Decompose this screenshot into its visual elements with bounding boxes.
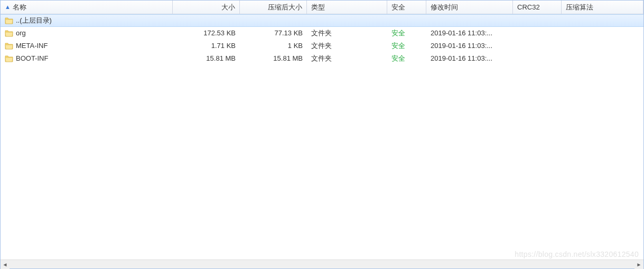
- file-list-panel: ▲ 名称 大小 压缩后大小 类型 安全 修改时间 CRC32 压缩算法 ..(上…: [0, 0, 644, 269]
- cell-crc: [513, 27, 562, 40]
- column-header-crc[interactable]: CRC32: [513, 1, 562, 14]
- cell-modified: 2019-01-16 11:03:...: [426, 52, 513, 65]
- cell-security: 安全: [387, 40, 426, 52]
- cell-compressed: 77.13 KB: [240, 27, 307, 40]
- table-row[interactable]: META-INF 1.71 KB 1 KB 文件夹 安全 2019-01-16 …: [1, 40, 643, 52]
- column-label-name: 名称: [13, 1, 26, 14]
- folder-icon: [5, 30, 13, 37]
- column-header-type[interactable]: 类型: [307, 1, 387, 14]
- cell-name: BOOT-INF: [1, 52, 173, 65]
- cell-size: 172.53 KB: [173, 27, 240, 40]
- table-row[interactable]: org 172.53 KB 77.13 KB 文件夹 安全 2019-01-16…: [1, 27, 643, 40]
- cell-type: 文件夹: [307, 27, 387, 40]
- column-header-compressed[interactable]: 压缩后大小: [240, 1, 307, 14]
- cell-security: 安全: [387, 27, 426, 40]
- column-header-security[interactable]: 安全: [387, 1, 426, 14]
- column-header-algorithm[interactable]: 压缩算法: [562, 1, 643, 14]
- cell-modified: 2019-01-16 11:03:...: [426, 40, 513, 52]
- cell-size: 15.81 MB: [173, 52, 240, 65]
- cell-type: 文件夹: [307, 52, 387, 65]
- cell-crc: [513, 40, 562, 52]
- cell-compressed: 1 KB: [240, 40, 307, 52]
- cell-security: 安全: [387, 52, 426, 65]
- column-header-row: ▲ 名称 大小 压缩后大小 类型 安全 修改时间 CRC32 压缩算法: [1, 1, 643, 14]
- parent-directory-row[interactable]: ..(上层目录): [1, 14, 643, 27]
- file-name: META-INF: [16, 40, 48, 52]
- folder-icon: [5, 42, 13, 50]
- cell-type: 文件夹: [307, 40, 387, 52]
- parent-dir-label: ..(上层目录): [16, 15, 52, 26]
- folder-icon: [5, 17, 13, 24]
- cell-compressed: 15.81 MB: [240, 52, 307, 65]
- cell-algorithm: [562, 52, 643, 65]
- chevron-left-icon: ◄: [3, 262, 8, 267]
- column-header-modified[interactable]: 修改时间: [426, 1, 513, 14]
- table-row[interactable]: BOOT-INF 15.81 MB 15.81 MB 文件夹 安全 2019-0…: [1, 52, 643, 65]
- cell-name: org: [1, 27, 173, 40]
- parent-dir-cell: ..(上层目录): [1, 15, 173, 26]
- cell-name: META-INF: [1, 40, 173, 52]
- cell-crc: [513, 52, 562, 65]
- chevron-right-icon: ►: [637, 262, 642, 267]
- file-name: org: [16, 27, 26, 40]
- column-header-name[interactable]: ▲ 名称: [1, 1, 173, 14]
- file-list-body: ..(上层目录) org 172.53 KB 77.13 KB: [1, 14, 643, 260]
- sort-asc-icon: ▲: [5, 4, 11, 10]
- folder-icon: [5, 55, 13, 62]
- cell-algorithm: [562, 40, 643, 52]
- scroll-track[interactable]: [10, 260, 634, 268]
- scroll-left-button[interactable]: ◄: [1, 260, 10, 269]
- column-header-size[interactable]: 大小: [173, 1, 240, 14]
- cell-algorithm: [562, 27, 643, 40]
- file-name: BOOT-INF: [16, 52, 48, 65]
- cell-modified: 2019-01-16 11:03:...: [426, 27, 513, 40]
- horizontal-scrollbar[interactable]: ◄ ►: [1, 260, 643, 268]
- cell-size: 1.71 KB: [173, 40, 240, 52]
- scroll-right-button[interactable]: ►: [634, 260, 643, 269]
